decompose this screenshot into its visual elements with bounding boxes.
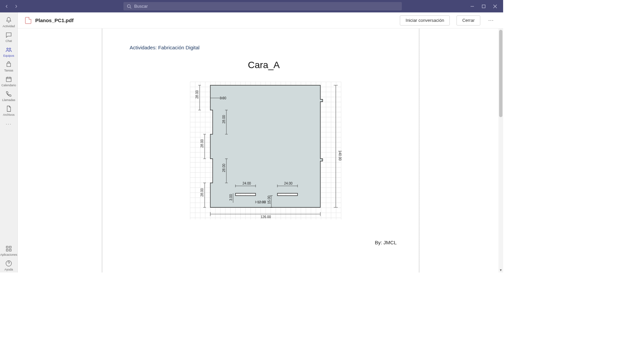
bell-icon bbox=[5, 16, 12, 24]
page-heading: Actividades: Fabricación Digital bbox=[130, 45, 398, 50]
rail-label: Calendario bbox=[1, 84, 16, 87]
scroll-thumb[interactable] bbox=[499, 30, 502, 117]
rail-item-tareas[interactable]: Tareas bbox=[0, 59, 17, 73]
document-title: Planos_PC1.pdf bbox=[35, 17, 73, 23]
svg-rect-12 bbox=[6, 246, 8, 248]
phone-icon bbox=[5, 90, 12, 98]
close-button[interactable]: Cerrar bbox=[457, 15, 480, 26]
header-more-button[interactable]: ··· bbox=[486, 17, 496, 23]
title-bar: Buscar bbox=[0, 0, 503, 12]
team-icon bbox=[5, 46, 12, 53]
rail-label: Ayuda bbox=[4, 268, 13, 271]
document-page: Actividades: Fabricación Digital Cara_A bbox=[103, 29, 418, 272]
rail-label: Archivos bbox=[3, 113, 15, 116]
svg-text:126.00: 126.00 bbox=[261, 215, 271, 219]
rail-label: Tareas bbox=[4, 69, 13, 72]
scroll-down-icon[interactable]: ▼ bbox=[498, 268, 503, 272]
window-maximize-button[interactable] bbox=[478, 2, 489, 11]
svg-text:28.00: 28.00 bbox=[195, 90, 199, 99]
svg-point-7 bbox=[9, 48, 10, 49]
scrollbar[interactable]: ▲ ▼ bbox=[498, 29, 503, 272]
rail-label: Aplicaciones bbox=[0, 253, 17, 256]
svg-text:28.00: 28.00 bbox=[200, 188, 204, 197]
rail-item-ayuda[interactable]: Ayuda bbox=[0, 258, 17, 272]
apps-icon bbox=[5, 245, 12, 252]
svg-text:28.00: 28.00 bbox=[222, 164, 226, 172]
svg-rect-8 bbox=[6, 78, 11, 82]
bag-icon bbox=[5, 61, 12, 68]
file-icon bbox=[5, 105, 12, 112]
nav-back-button[interactable] bbox=[3, 2, 11, 10]
rail-item-calendario[interactable]: Calendario bbox=[0, 73, 17, 88]
svg-rect-13 bbox=[9, 246, 11, 248]
help-icon bbox=[5, 260, 12, 267]
rail-more-button[interactable]: ··· bbox=[0, 118, 17, 130]
svg-text:28.00: 28.00 bbox=[200, 139, 204, 148]
calendar-icon bbox=[5, 76, 12, 83]
rail-label: Actividad bbox=[3, 24, 15, 28]
chat-icon bbox=[5, 31, 12, 39]
rail-label: Equipos bbox=[3, 54, 14, 57]
byline: By: JMCL bbox=[130, 240, 398, 245]
document-viewer: Actividades: Fabricación Digital Cara_A bbox=[18, 29, 503, 272]
rail-label: Llamadas bbox=[2, 98, 15, 102]
rail-item-equipos[interactable]: Equipos bbox=[0, 44, 17, 59]
svg-text:3.00: 3.00 bbox=[220, 96, 226, 100]
svg-text:28.00: 28.00 bbox=[222, 115, 226, 123]
rail-item-archivos[interactable]: Archivos bbox=[0, 103, 17, 118]
window-close-button[interactable] bbox=[490, 2, 500, 11]
search-input[interactable]: Buscar bbox=[123, 2, 402, 10]
rail-item-chat[interactable]: Chat bbox=[0, 29, 17, 44]
svg-rect-3 bbox=[482, 5, 485, 8]
svg-text:12.00: 12.00 bbox=[257, 200, 266, 204]
svg-text:24.00: 24.00 bbox=[284, 182, 292, 185]
rail-item-actividad[interactable]: Actividad bbox=[0, 14, 17, 29]
search-placeholder: Buscar bbox=[134, 4, 148, 9]
svg-line-1 bbox=[130, 7, 131, 8]
svg-rect-15 bbox=[9, 249, 11, 251]
pdf-icon bbox=[25, 17, 31, 24]
rail-label: Chat bbox=[5, 39, 12, 43]
svg-point-0 bbox=[127, 4, 130, 7]
svg-rect-14 bbox=[6, 249, 8, 251]
drawing-title: Cara_A bbox=[130, 60, 398, 70]
search-icon bbox=[127, 4, 131, 9]
svg-text:15.00: 15.00 bbox=[267, 196, 271, 204]
svg-point-6 bbox=[7, 48, 8, 49]
document-header: Planos_PC1.pdf Iniciar conversación Cerr… bbox=[18, 12, 503, 29]
rail-item-aplicaciones[interactable]: Aplicaciones bbox=[0, 243, 17, 258]
nav-forward-button[interactable] bbox=[12, 2, 20, 10]
svg-text:3.00: 3.00 bbox=[229, 194, 233, 201]
app-rail: Actividad Chat Equipos Tareas Calendario… bbox=[0, 12, 18, 272]
svg-text:140.00: 140.00 bbox=[338, 150, 342, 161]
technical-drawing: 28.00 28.00 28.00 28.00 28.00 3.00 24.00… bbox=[130, 79, 398, 226]
svg-text:24.00: 24.00 bbox=[243, 182, 251, 185]
start-conversation-button[interactable]: Iniciar conversación bbox=[400, 15, 450, 26]
window-minimize-button[interactable] bbox=[467, 2, 478, 11]
rail-item-llamadas[interactable]: Llamadas bbox=[0, 88, 17, 103]
